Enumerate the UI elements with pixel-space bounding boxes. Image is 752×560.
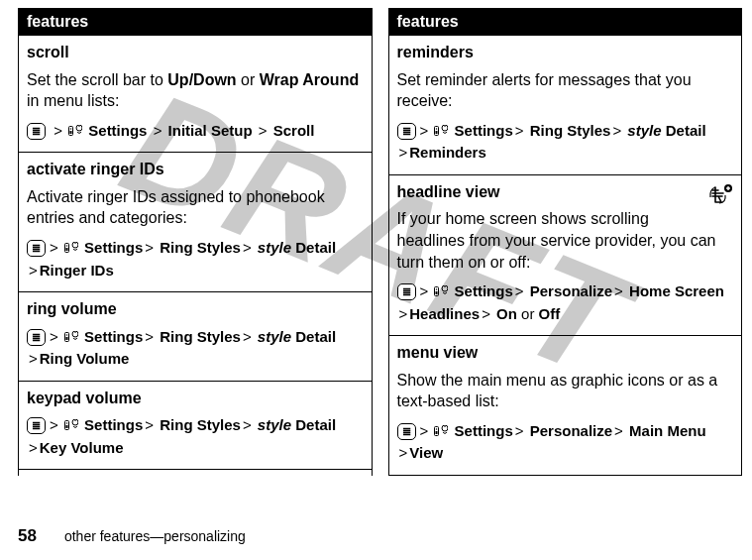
settings-icon [434, 125, 448, 137]
feature-title: menu view [397, 342, 734, 364]
feature-title: ring volume [27, 298, 364, 320]
nav-sequence: > Settings> Ring Styles> style Detail >R… [397, 120, 734, 165]
feature-description: Activate ringer IDs assigned to phoneboo… [27, 186, 364, 229]
svg-rect-14 [65, 425, 67, 428]
nav-sequence: > Settings> Ring Styles> style Detail >R… [27, 237, 364, 281]
nav-sequence: > Settings> Personalize> Main Menu >View [397, 420, 734, 465]
nav-sequence: > Settings> Ring Styles> style Detail >R… [27, 326, 364, 371]
nav-sequence: > Settings> Personalize> Home Screen >He… [397, 280, 734, 325]
feature-description: If your home screen shows scrolling head… [397, 208, 734, 273]
svg-point-28 [436, 428, 437, 429]
column-header: features [19, 9, 372, 36]
svg-rect-6 [65, 248, 67, 251]
svg-point-17 [436, 128, 437, 129]
page-body: features scroll Set the scroll bar to Up… [0, 0, 752, 476]
settings-icon [64, 242, 78, 254]
svg-rect-10 [65, 337, 67, 340]
svg-rect-18 [436, 131, 438, 134]
page-footer: 58 other features—personalizing [18, 526, 246, 546]
feature-description: Show the main menu as graphic icons or a… [397, 370, 734, 412]
feature-keypad-volume: keypad volume > Settings> Ring Styles> s… [19, 382, 372, 471]
svg-rect-25 [436, 291, 438, 294]
feature-ring-volume: ring volume > Settings> Ring Styles> sty… [19, 292, 372, 382]
feature-scroll: scroll Set the scroll bar to Up/Down or … [19, 36, 372, 153]
features-column-right: features reminders Set reminder alerts f… [388, 8, 743, 476]
feature-title: headline view [397, 181, 734, 203]
column-header: features [389, 9, 742, 36]
feature-title: activate ringer IDs [27, 159, 364, 180]
feature-description: Set reminder alerts for messages that yo… [397, 69, 734, 112]
feature-headline-view: headline view If your home screen shows … [389, 175, 742, 336]
svg-rect-2 [70, 131, 72, 134]
page-number: 58 [18, 526, 37, 546]
menu-key-icon [397, 283, 416, 300]
optional-feature-icon [707, 183, 733, 209]
nav-sequence: > Settings > Initial Setup > Scroll [27, 120, 364, 143]
settings-icon [434, 285, 448, 297]
settings-icon [68, 125, 82, 137]
svg-point-5 [66, 245, 67, 246]
menu-key-icon [397, 423, 416, 440]
feature-activate-ringer-ids: activate ringer IDs Activate ringer IDs … [19, 153, 372, 292]
svg-point-13 [66, 423, 67, 424]
nav-sequence: > Settings> Ring Styles> style Detail >K… [27, 414, 364, 459]
features-column-left: features scroll Set the scroll bar to Up… [18, 8, 373, 476]
feature-title: reminders [397, 42, 734, 63]
settings-icon [434, 425, 448, 437]
feature-description: Set the scroll bar to Up/Down or Wrap Ar… [27, 69, 364, 112]
settings-icon [64, 331, 78, 343]
menu-key-icon [27, 329, 46, 346]
feature-reminders: reminders Set reminder alerts for messag… [389, 36, 742, 175]
svg-point-1 [70, 128, 71, 129]
settings-icon [64, 419, 78, 431]
menu-key-icon [27, 240, 46, 257]
menu-key-icon [27, 123, 46, 140]
svg-point-24 [436, 288, 437, 289]
feature-title: scroll [27, 42, 364, 63]
footer-text: other features—personalizing [64, 528, 246, 544]
svg-point-9 [66, 334, 67, 335]
menu-key-icon [397, 123, 416, 140]
feature-menu-view: menu view Show the main menu as graphic … [389, 336, 742, 476]
menu-key-icon [27, 417, 46, 434]
feature-title: keypad volume [27, 388, 364, 409]
svg-rect-29 [436, 431, 438, 434]
